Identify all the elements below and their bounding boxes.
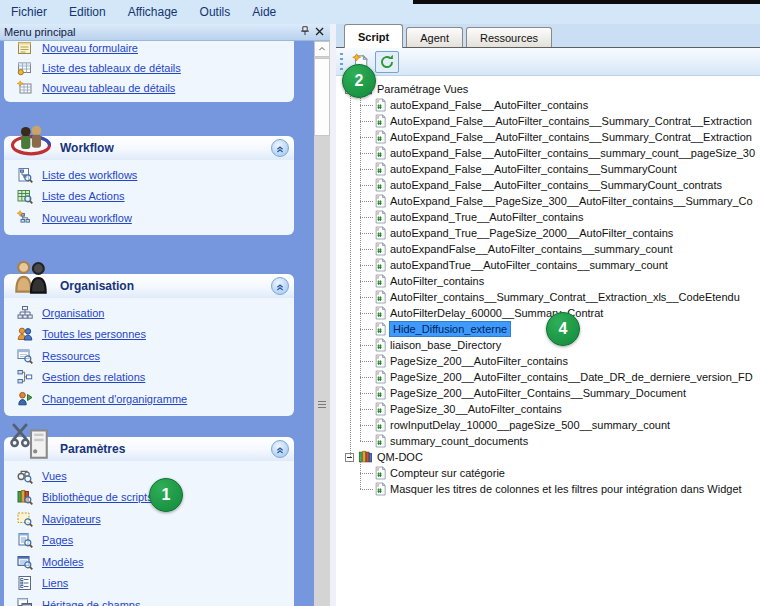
sidebar-scrollbar[interactable] bbox=[314, 41, 330, 606]
sidebar-item-liens[interactable]: Liens bbox=[4, 573, 294, 595]
tree-item-masquer-les-titres-de-colonnes-et-les-filtres-pour-int-gration-dans-widget[interactable]: Masquer les titres de colonnes et les fi… bbox=[336, 481, 760, 497]
script-icon bbox=[374, 162, 386, 176]
tab-agent[interactable]: Agent bbox=[406, 27, 463, 47]
sidebar-item-liste-des-workflows[interactable]: Liste des workflows bbox=[4, 164, 294, 186]
script-icon bbox=[374, 98, 386, 112]
sidebar-item-label: Changement d'organigramme bbox=[42, 393, 187, 405]
sidebar-item-liste-des-actions[interactable]: Liste des Actions bbox=[4, 186, 294, 208]
views-icon bbox=[17, 468, 33, 484]
tree-group-label: QM-DOC bbox=[377, 451, 423, 463]
tree-item-autofilter-contains-summary-contrat-extraction-xls-codeetendu[interactable]: AutoFilter_contains__Summary_Contrat__Ex… bbox=[336, 289, 760, 305]
tree-item-rowinputdelay-10000-pagesize-500-summary-count[interactable]: rowInputDelay_10000__pageSize_500__summa… bbox=[336, 417, 760, 433]
sidebar-item-toutes-les-personnes[interactable]: Toutes les personnes bbox=[4, 324, 294, 346]
workflow-people-icon bbox=[10, 120, 52, 162]
chevron-up-icon[interactable] bbox=[271, 139, 289, 157]
tree-item-label: autoExpandFalse__AutoFilter_contains__su… bbox=[390, 243, 673, 255]
tree-item-autoexpand-false-autofilter-contains-summarycount-contrats[interactable]: autoExpand_False__AutoFilter_contains__S… bbox=[336, 177, 760, 193]
chevron-up-icon bbox=[273, 279, 287, 293]
tree-item-autoexpand-false-autofilter-contains-summary-contrat-extraction[interactable]: AutoExpand_False__AutoFilter_contains__S… bbox=[336, 129, 760, 145]
sidebar-item-gestion-des-relations[interactable]: Gestion des relations bbox=[4, 367, 294, 389]
sidebar-item-mod-les[interactable]: Modèles bbox=[4, 551, 294, 573]
tree-group-param-trage-vues[interactable]: Paramétrage Vues bbox=[336, 81, 760, 97]
tree-item-label: PageSize_200__AutoFilter_contains__Date_… bbox=[390, 371, 753, 383]
section-param-tres: ParamètresVuesBibliothèque de scriptsNav… bbox=[4, 437, 294, 606]
script-icon bbox=[374, 338, 386, 352]
sidebar-item-nouveau-workflow[interactable]: Nouveau workflow bbox=[4, 207, 294, 229]
script-icon bbox=[374, 354, 386, 368]
menu-item-affichage[interactable]: Affichage bbox=[117, 2, 189, 22]
tree-item-autofilter-contains[interactable]: AutoFilter_contains bbox=[336, 273, 760, 289]
tree-item-autoexpandfalse-autofilter-contains-summary-count[interactable]: autoExpandFalse__AutoFilter_contains__su… bbox=[336, 241, 760, 257]
annotation-badge-4: 4 bbox=[546, 312, 580, 346]
tree-item-autoexpand-false-pagesize-300-autofilter-contains-summary-co[interactable]: AutoExpand_False__PageSize_300__AutoFilt… bbox=[336, 193, 760, 209]
sidebar-item-label: Vues bbox=[42, 470, 67, 482]
chevron-up-icon[interactable] bbox=[271, 277, 289, 295]
menu-item-fichier[interactable]: Fichier bbox=[0, 2, 58, 22]
tree-item-summary-count-documents[interactable]: summary_count_documents bbox=[336, 433, 760, 449]
section-body: Liste des workflowsListe des ActionsNouv… bbox=[4, 160, 294, 235]
close-button[interactable] bbox=[312, 25, 327, 39]
script-icon bbox=[374, 258, 386, 272]
script-icon bbox=[374, 130, 386, 144]
section-title: Paramètres bbox=[60, 442, 125, 456]
new-workflow-icon bbox=[17, 210, 33, 226]
tree-item-pagesize-200-autofilter-contains[interactable]: PageSize_200__AutoFilter_contains bbox=[336, 353, 760, 369]
sidebar-item-ressources[interactable]: Ressources bbox=[4, 345, 294, 367]
refresh-button[interactable] bbox=[375, 51, 399, 73]
scrollbar-thumb[interactable] bbox=[314, 58, 330, 136]
tree-item-autoexpand-false-autofilter-contains-summarycount[interactable]: autoExpand_False__AutoFilter_contains__S… bbox=[336, 161, 760, 177]
sidebar-item-label: Liste des workflows bbox=[42, 169, 137, 181]
scroll-up-icon bbox=[316, 43, 328, 55]
sidebar-item-label: Navigateurs bbox=[42, 513, 101, 525]
tree-group-qm-doc[interactable]: QM-DOC bbox=[336, 449, 760, 465]
sidebar-item-vues[interactable]: Vues bbox=[4, 465, 294, 487]
tree-item-pagesize-30-autofilter-contains[interactable]: PageSize_30__AutoFilter_contains bbox=[336, 401, 760, 417]
menu-item-outils[interactable]: Outils bbox=[189, 2, 242, 22]
toolbar-grip[interactable] bbox=[340, 53, 343, 71]
models-icon bbox=[17, 554, 33, 570]
tree-item-autoexpand-true-autofilter-contains[interactable]: autoExpand_True__AutoFilter_contains bbox=[336, 209, 760, 225]
chevron-up-icon bbox=[273, 442, 287, 456]
tree-item-liaison-base-directory[interactable]: liaison_base_Directory bbox=[336, 337, 760, 353]
script-tree: Paramétrage VuesautoExpand_False__AutoFi… bbox=[336, 76, 760, 606]
sidebar-item-liste-des-tableaux-de-d-tails[interactable]: Liste des tableaux de détails bbox=[4, 58, 294, 78]
tab-script[interactable]: Script bbox=[344, 24, 403, 48]
tree-item-autoexpandtrue-autofilter-contains-summary-count[interactable]: autoExpandTrue__AutoFilter_contains__sum… bbox=[336, 257, 760, 273]
script-icon bbox=[374, 290, 386, 304]
tree-item-autoexpand-true-pagesize-2000-autofilter-contains[interactable]: autoExpand_True__PageSize_2000__AutoFilt… bbox=[336, 225, 760, 241]
menu-item-aide[interactable]: Aide bbox=[241, 2, 287, 22]
tree-item-label: AutoFilter_contains__Summary_Contrat__Ex… bbox=[390, 291, 740, 303]
organisation-figures-icon bbox=[10, 258, 52, 300]
tree-item-compteur-sur-cat-gorie[interactable]: Compteur sur catégorie bbox=[336, 465, 760, 481]
sidebar-item-label: Liens bbox=[42, 577, 68, 589]
table-details-icon bbox=[17, 60, 33, 76]
tree-item-label: autoExpandTrue__AutoFilter_contains__sum… bbox=[390, 259, 668, 271]
sidebar-item-organisation[interactable]: Organisation bbox=[4, 302, 294, 324]
script-icon bbox=[374, 322, 386, 336]
pages-icon bbox=[17, 532, 33, 548]
tab-ressources[interactable]: Ressources bbox=[466, 27, 552, 47]
chevron-up-icon[interactable] bbox=[271, 440, 289, 458]
close-icon bbox=[313, 25, 327, 39]
sidebar-item-changement-d-organigramme[interactable]: Changement d'organigramme bbox=[4, 388, 294, 410]
sidebar-item-h-ritage-de-champs[interactable]: Héritage de champs bbox=[4, 594, 294, 606]
pin-button[interactable] bbox=[297, 25, 312, 39]
sidebar-item-label: Toutes les personnes bbox=[42, 328, 146, 340]
tree-item-autoexpand-false-autofilter-contains-summary-count-pagesize-30[interactable]: autoExpand_False__AutoFilter_contains__s… bbox=[336, 145, 760, 161]
scroll-up-button[interactable] bbox=[314, 41, 330, 57]
sidebar-item-nouveau-formulaire[interactable]: Nouveau formulaire bbox=[4, 41, 294, 58]
tree-item-label: PageSize_200__AutoFilter_Contains__Summa… bbox=[390, 387, 686, 399]
tree-item-autoexpand-false-autofilter-contains-summary-contrat-extraction[interactable]: AutoExpand_False__AutoFilter_contains__S… bbox=[336, 113, 760, 129]
splitter-grip[interactable] bbox=[318, 399, 326, 410]
tree-item-pagesize-200-autofilter-contains-date-dr-de-derniere-version-fd[interactable]: PageSize_200__AutoFilter_contains__Date_… bbox=[336, 369, 760, 385]
sidebar-item-navigateurs[interactable]: Navigateurs bbox=[4, 508, 294, 530]
sidebar-item-nouveau-tableau-de-d-tails[interactable]: Nouveau tableau de détails bbox=[4, 78, 294, 98]
relations-icon bbox=[17, 369, 33, 385]
script-icon bbox=[374, 306, 386, 320]
sidebar-item-pages[interactable]: Pages bbox=[4, 530, 294, 552]
sidebar-titlebar: Menu principal bbox=[0, 24, 330, 41]
tree-item-autoexpand-false-autofilter-contains[interactable]: autoExpand_False__AutoFilter_contains bbox=[336, 97, 760, 113]
menu-item-edition[interactable]: Edition bbox=[58, 2, 117, 22]
tree-item-pagesize-200-autofilter-contains-summary-document[interactable]: PageSize_200__AutoFilter_Contains__Summa… bbox=[336, 385, 760, 401]
sidebar-item-label: Modèles bbox=[42, 556, 84, 568]
